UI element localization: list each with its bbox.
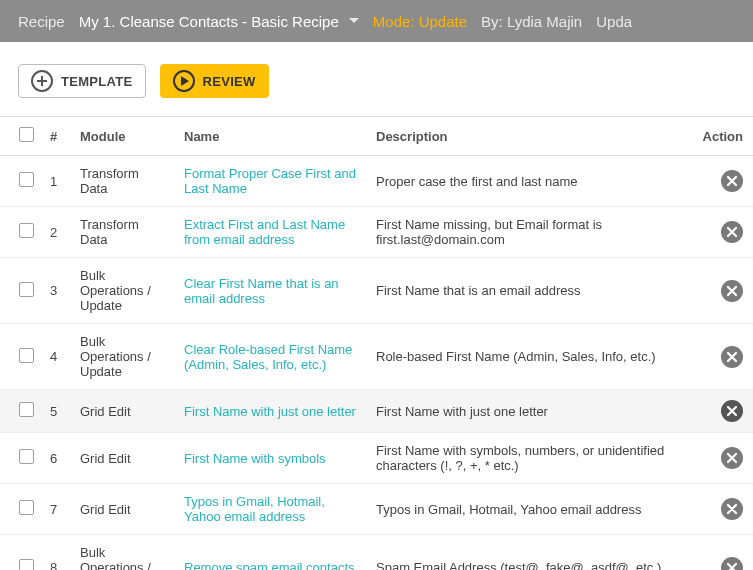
row-description: Spam Email Address (test@, fake@, asdf@,… xyxy=(368,535,695,571)
row-checkbox[interactable] xyxy=(19,449,34,464)
row-num: 7 xyxy=(42,484,72,535)
delete-button[interactable] xyxy=(721,221,743,243)
row-checkbox[interactable] xyxy=(19,223,34,238)
table-row: 1Transform DataFormat Proper Case First … xyxy=(0,156,753,207)
row-num: 3 xyxy=(42,258,72,324)
row-module: Bulk Operations / Delete xyxy=(72,535,176,571)
delete-button[interactable] xyxy=(721,400,743,422)
table-row: 4Bulk Operations / UpdateClear Role-base… xyxy=(0,324,753,390)
row-name-link[interactable]: Remove spam email contacts xyxy=(184,560,355,570)
delete-button[interactable] xyxy=(721,170,743,192)
row-description: First Name that is an email address xyxy=(368,258,695,324)
review-button[interactable]: REVIEW xyxy=(160,64,269,98)
row-description: First Name with just one letter xyxy=(368,390,695,433)
author-label: By: Lydia Majin xyxy=(481,13,582,30)
col-num: # xyxy=(42,117,72,156)
plus-circle-icon xyxy=(31,70,53,92)
row-name-link[interactable]: Typos in Gmail, Hotmail, Yahoo email add… xyxy=(184,494,325,524)
steps-table: # Module Name Description Action 1Transf… xyxy=(0,116,753,570)
table-row: 3Bulk Operations / UpdateClear First Nam… xyxy=(0,258,753,324)
row-module: Transform Data xyxy=(72,207,176,258)
table-row: 6Grid EditFirst Name with symbolsFirst N… xyxy=(0,433,753,484)
row-description: Role-based First Name (Admin, Sales, Inf… xyxy=(368,324,695,390)
row-name-link[interactable]: First Name with symbols xyxy=(184,451,326,466)
row-description: Typos in Gmail, Hotmail, Yahoo email add… xyxy=(368,484,695,535)
row-module: Grid Edit xyxy=(72,484,176,535)
recipe-label: Recipe xyxy=(18,13,65,30)
row-num: 1 xyxy=(42,156,72,207)
recipe-title-dropdown[interactable]: My 1. Cleanse Contacts - Basic Recipe xyxy=(79,13,359,30)
chevron-down-icon xyxy=(349,18,359,24)
template-button-label: TEMPLATE xyxy=(61,74,133,89)
table-row: 5Grid EditFirst Name with just one lette… xyxy=(0,390,753,433)
table-row: 8Bulk Operations / DeleteRemove spam ema… xyxy=(0,535,753,571)
row-module: Transform Data xyxy=(72,156,176,207)
row-description: Proper case the first and last name xyxy=(368,156,695,207)
row-description: First Name with symbols, numbers, or uni… xyxy=(368,433,695,484)
updated-label: Upda xyxy=(596,13,632,30)
delete-button[interactable] xyxy=(721,346,743,368)
delete-button[interactable] xyxy=(721,280,743,302)
row-num: 4 xyxy=(42,324,72,390)
row-name-link[interactable]: Clear First Name that is an email addres… xyxy=(184,276,339,306)
recipe-title: My 1. Cleanse Contacts - Basic Recipe xyxy=(79,13,339,30)
row-checkbox[interactable] xyxy=(19,559,34,571)
delete-button[interactable] xyxy=(721,498,743,520)
mode-label: Mode: Update xyxy=(373,13,467,30)
row-checkbox[interactable] xyxy=(19,282,34,297)
row-name-link[interactable]: Extract First and Last Name from email a… xyxy=(184,217,345,247)
app-header: Recipe My 1. Cleanse Contacts - Basic Re… xyxy=(0,0,753,42)
table-row: 7Grid EditTypos in Gmail, Hotmail, Yahoo… xyxy=(0,484,753,535)
row-checkbox[interactable] xyxy=(19,402,34,417)
toolbar: TEMPLATE REVIEW xyxy=(0,42,753,116)
col-description: Description xyxy=(368,117,695,156)
row-name-link[interactable]: Clear Role-based First Name (Admin, Sale… xyxy=(184,342,352,372)
table-row: 2Transform DataExtract First and Last Na… xyxy=(0,207,753,258)
row-module: Bulk Operations / Update xyxy=(72,258,176,324)
row-name-link[interactable]: First Name with just one letter xyxy=(184,404,356,419)
col-module: Module xyxy=(72,117,176,156)
row-num: 2 xyxy=(42,207,72,258)
col-name: Name xyxy=(176,117,368,156)
play-circle-icon xyxy=(173,70,195,92)
delete-button[interactable] xyxy=(721,557,743,571)
row-checkbox[interactable] xyxy=(19,172,34,187)
review-button-label: REVIEW xyxy=(203,74,256,89)
col-action: Action xyxy=(695,117,753,156)
row-name-link[interactable]: Format Proper Case First and Last Name xyxy=(184,166,356,196)
row-description: First Name missing, but Email format is … xyxy=(368,207,695,258)
row-num: 8 xyxy=(42,535,72,571)
row-checkbox[interactable] xyxy=(19,348,34,363)
row-num: 6 xyxy=(42,433,72,484)
row-checkbox[interactable] xyxy=(19,500,34,515)
row-module: Bulk Operations / Update xyxy=(72,324,176,390)
row-module: Grid Edit xyxy=(72,390,176,433)
row-num: 5 xyxy=(42,390,72,433)
template-button[interactable]: TEMPLATE xyxy=(18,64,146,98)
delete-button[interactable] xyxy=(721,447,743,469)
row-module: Grid Edit xyxy=(72,433,176,484)
select-all-checkbox[interactable] xyxy=(19,127,34,142)
